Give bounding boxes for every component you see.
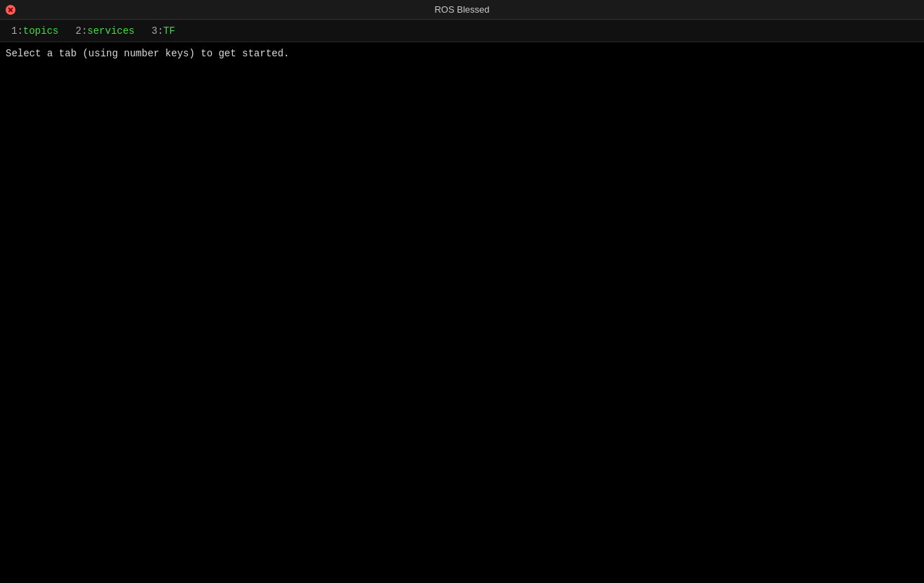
tab-services-number: 2: [75, 25, 81, 37]
content-area: Select a tab (using number keys) to get …: [0, 42, 924, 583]
tab-tf-number: 3: [151, 25, 157, 37]
window-title: ROS Blessed: [434, 4, 489, 15]
tab-bar: 1:topics 2:services 3:TF: [0, 20, 924, 42]
tab-topics[interactable]: 1:topics: [3, 23, 67, 39]
status-message: Select a tab (using number keys) to get …: [6, 46, 918, 61]
tab-services-separator: :: [82, 25, 87, 37]
window-controls: [6, 5, 15, 15]
title-bar: ROS Blessed: [0, 0, 924, 20]
tab-tf-label: TF: [163, 25, 175, 37]
tab-topics-label: topics: [23, 25, 58, 37]
main-window: ROS Blessed 1:topics 2:services 3:TF Sel…: [0, 0, 924, 583]
tab-tf[interactable]: 3:TF: [143, 23, 184, 39]
tab-topics-separator: :: [17, 25, 23, 37]
close-button[interactable]: [6, 5, 15, 15]
tab-tf-separator: :: [158, 25, 163, 37]
tab-services-label: services: [87, 25, 134, 37]
tab-services[interactable]: 2:services: [67, 23, 143, 39]
